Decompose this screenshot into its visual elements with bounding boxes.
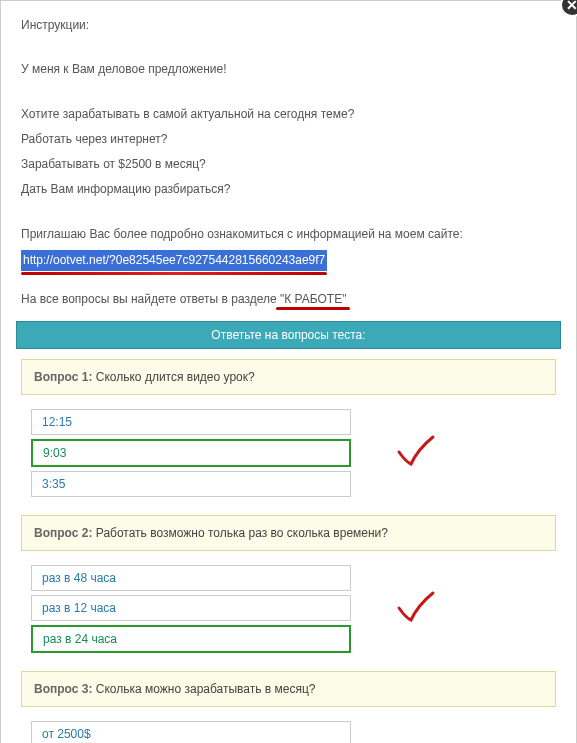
- question-text: Работать возможно толька раз во сколька …: [92, 526, 388, 540]
- checkmark-icon: [396, 434, 436, 472]
- test-header: Ответьте на вопросы теста:: [16, 321, 561, 349]
- question-label: Вопрос 3:: [34, 682, 92, 696]
- instructions-line5: Дать Вам информацию разбираться?: [21, 180, 556, 199]
- instructions-line2: Хотите зарабатывать в самой актуальной н…: [21, 105, 556, 124]
- section-name: "К РАБОТЕ": [280, 292, 346, 306]
- answer-option[interactable]: раз в 48 часа: [31, 565, 351, 591]
- answers-group-2: раз в 48 часараз в 12 часараз в 24 часа: [21, 565, 556, 653]
- instructions-line1: У меня к Вам деловое предложение!: [21, 60, 556, 79]
- question-text: Сколька можно зарабатывать в месяц?: [92, 682, 315, 696]
- instructions-footer: На все вопросы вы найдете ответы в разде…: [21, 290, 556, 309]
- instructions-block: Инструкции: У меня к Вам деловое предлож…: [21, 16, 556, 309]
- answers-group-1: 12:159:033:35: [21, 409, 556, 497]
- answers-group-3: от 2500$от 5000$от 1250$: [21, 721, 556, 743]
- question-label: Вопрос 2:: [34, 526, 92, 540]
- question-text: Сколько длится видео урок?: [92, 370, 254, 384]
- question-box-2: Вопрос 2: Работать возможно толька раз в…: [21, 515, 556, 551]
- answer-option[interactable]: раз в 24 часа: [31, 625, 351, 653]
- close-icon: ✕: [566, 0, 577, 13]
- answer-option[interactable]: 3:35: [31, 471, 351, 497]
- question-box-3: Вопрос 3: Сколька можно зарабатывать в м…: [21, 671, 556, 707]
- instructions-line4: Зарабатывать от $2500 в месяц?: [21, 155, 556, 174]
- instructions-invite: Приглашаю Вас более подробно ознакомитьс…: [21, 225, 556, 244]
- question-label: Вопрос 1:: [34, 370, 92, 384]
- instructions-line3: Работать через интернет?: [21, 130, 556, 149]
- answer-option[interactable]: 9:03: [31, 439, 351, 467]
- checkmark-icon: [396, 590, 436, 628]
- answer-option[interactable]: 12:15: [31, 409, 351, 435]
- instructions-link[interactable]: http://ootvet.net/?0e82545ee7c9275442815…: [21, 250, 327, 271]
- question-box-1: Вопрос 1: Сколько длится видео урок?: [21, 359, 556, 395]
- close-button[interactable]: ✕: [560, 0, 577, 17]
- answer-option[interactable]: раз в 12 часа: [31, 595, 351, 621]
- instructions-title: Инструкции:: [21, 16, 556, 35]
- answer-option[interactable]: от 2500$: [31, 721, 351, 743]
